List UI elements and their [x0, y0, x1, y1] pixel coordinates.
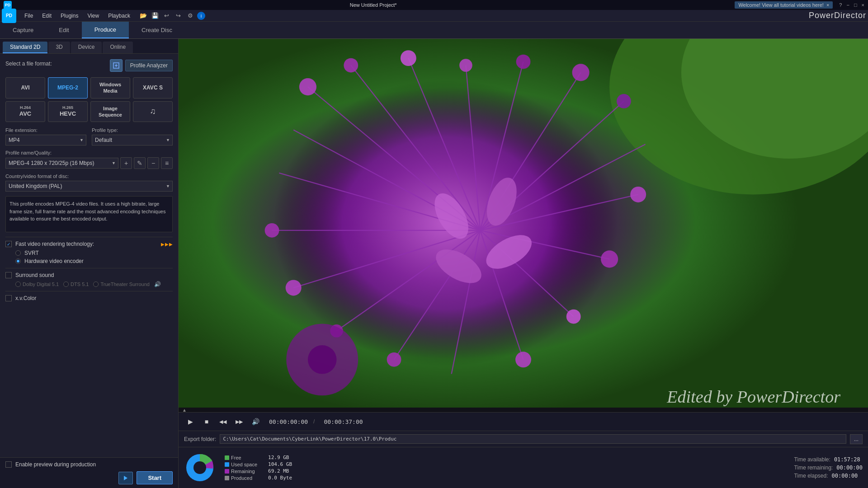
profile-type-group: Profile type: Default ▼ [92, 127, 173, 145]
nav-tab-edit[interactable]: Edit [46, 22, 81, 38]
export-path-input[interactable] [220, 434, 846, 444]
profile-analyzer-icon[interactable] [110, 59, 123, 72]
titlebar: PD New Untitled Project* Welcome! View a… [0, 0, 868, 10]
toolbar-settings[interactable]: ⚙ [185, 11, 195, 20]
enable-preview-row: Enable preview during production [5, 461, 173, 468]
dts-radio[interactable] [63, 282, 69, 287]
profile-edit-btn[interactable]: ✎ [134, 157, 146, 169]
storage-area: Free 12.9 GB Used space 104.6 GB Remaini… [179, 447, 868, 488]
play-button[interactable]: ▶ [184, 415, 197, 428]
svg-point-38 [387, 352, 401, 367]
next-button[interactable]: ▶▶ [233, 415, 245, 428]
surround-sound-row: Surround sound [5, 272, 173, 278]
profile-type-select[interactable]: Default [92, 135, 173, 145]
volume-button[interactable]: 🔊 [249, 415, 262, 428]
truetheater-label: TrueTheater Surround [100, 282, 149, 287]
dolby-option: Dolby Digital 5.1 [15, 282, 59, 287]
tutorial-close[interactable]: × [826, 2, 829, 8]
menubar: PD File Edit Plugins View Playback 📂 💾 ↩… [0, 10, 868, 22]
svg-point-50 [193, 461, 206, 474]
nav-tab-produce[interactable]: Produce [82, 22, 129, 38]
toolbar-undo[interactable]: ↩ [162, 11, 172, 20]
export-browse-btn[interactable]: ... [850, 434, 863, 444]
toolbar-info[interactable]: i [197, 12, 205, 20]
surround-sound-checkbox[interactable] [5, 272, 12, 278]
format-imgseq[interactable]: ImageSequence [90, 101, 130, 122]
country-select-wrapper: United Kingdom (PAL) ▼ [5, 181, 173, 192]
profile-name-select[interactable]: MPEG-4 1280 x 720/25p (16 Mbps) [5, 158, 118, 169]
timeline-arrow-icon: ▲ [182, 408, 187, 413]
dolby-label: Dolby Digital 5.1 [23, 282, 59, 287]
svg-marker-3 [124, 476, 127, 480]
window-min[interactable]: − [846, 2, 849, 8]
produced-dot [225, 476, 229, 480]
toolbar-open[interactable]: 📂 [138, 11, 148, 20]
fast-rendering-label: Fast video rendering technology: [15, 241, 94, 247]
enable-preview-checkbox[interactable] [5, 461, 12, 468]
sub-tab-device[interactable]: Device [71, 42, 102, 53]
hw-encoder-label: Hardware video encoder [24, 258, 84, 264]
nav-tab-create-disc[interactable]: Create Disc [129, 22, 185, 38]
sub-tab-3d[interactable]: 3D [48, 42, 70, 53]
menu-edit[interactable]: Edit [38, 12, 56, 20]
window-max[interactable]: □ [854, 2, 857, 8]
format-xavcs[interactable]: XAVC S [133, 77, 173, 99]
profile-add-btn[interactable]: + [120, 157, 132, 169]
toolbar-save[interactable]: 💾 [150, 11, 160, 20]
svg-point-32 [572, 64, 590, 81]
sub-tabs: Standard 2D 3D Device Online [0, 39, 178, 54]
svg-point-30 [459, 59, 472, 72]
menu-view[interactable]: View [83, 12, 104, 20]
storage-times: Time available: 01:57:28 Time remaining:… [794, 456, 863, 479]
svrt-label: SVRT [24, 250, 39, 256]
file-ext-label: File extension: [5, 127, 86, 133]
svrt-row: SVRT [15, 250, 173, 256]
menu-playback[interactable]: Playback [104, 12, 135, 20]
dolby-radio[interactable] [15, 282, 21, 287]
current-time: 00:00:00:00 [269, 418, 308, 425]
menu-plugins[interactable]: Plugins [56, 12, 83, 20]
prev-button[interactable]: ◀◀ [217, 415, 229, 428]
format-h265[interactable]: H.265 HEVC [48, 101, 88, 122]
stop-button[interactable]: ■ [200, 415, 213, 428]
window-close[interactable]: × [862, 2, 864, 8]
profile-analyzer-btn[interactable]: Profile Analyzer [125, 60, 173, 71]
svg-point-29 [401, 50, 416, 66]
svrt-radio[interactable] [15, 250, 21, 256]
hw-encoder-radio[interactable] [15, 258, 21, 264]
nav-tab-capture[interactable]: Capture [0, 22, 46, 38]
export-label: Export folder: [184, 436, 216, 442]
format-mpeg2[interactable]: MPEG-2 [48, 77, 88, 99]
sub-tab-online[interactable]: Online [103, 42, 133, 53]
time-available-value: 01:57:28 [834, 456, 860, 463]
used-label: Used space [231, 462, 257, 467]
country-select[interactable]: United Kingdom (PAL) [5, 181, 173, 192]
dts-label: DTS 5.1 [71, 282, 89, 287]
menu-file[interactable]: File [20, 12, 38, 20]
profile-delete-btn[interactable]: − [147, 157, 159, 169]
format-wmv[interactable]: WindowsMedia [90, 77, 130, 99]
xvcolor-checkbox[interactable] [5, 295, 12, 301]
svg-point-35 [601, 250, 618, 267]
export-bar: Export folder: ... [179, 431, 868, 447]
dts-option: DTS 5.1 [63, 282, 89, 287]
app-title: PowerDirector [809, 11, 866, 20]
profile-details-btn[interactable]: ≡ [161, 157, 173, 169]
svg-point-47 [308, 345, 337, 374]
storage-pie-chart [184, 452, 216, 483]
xvcolor-label: x.v.Color [15, 295, 36, 301]
format-h264[interactable]: H.264 AVC [5, 101, 45, 122]
left-panel: Standard 2D 3D Device Online Select a fi… [0, 39, 179, 488]
file-ext-select[interactable]: MP4 [5, 135, 86, 145]
start-button[interactable]: Start [137, 471, 173, 484]
format-audio[interactable]: ♫ [133, 101, 173, 122]
fast-rendering-checkbox[interactable] [5, 241, 12, 247]
truetheater-radio[interactable] [93, 282, 99, 287]
toolbar-redo[interactable]: ↪ [174, 11, 184, 20]
free-value: 12.9 GB [268, 455, 292, 460]
format-avi[interactable]: AVI [5, 77, 45, 99]
window-help[interactable]: ? [839, 2, 842, 8]
sub-tab-standard2d[interactable]: Standard 2D [3, 42, 47, 53]
start-icon-btn[interactable] [118, 472, 133, 484]
start-btn-row: Start [5, 471, 173, 484]
